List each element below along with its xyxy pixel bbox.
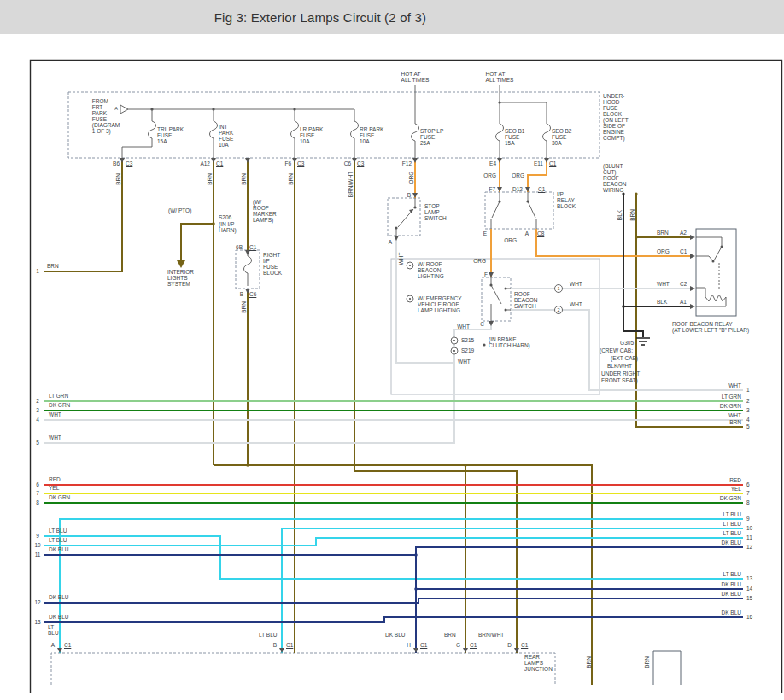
fuse-box-internals	[122, 85, 551, 158]
option-region-outline	[391, 259, 600, 394]
wht-wires	[44, 236, 743, 443]
junction-dots	[212, 192, 638, 590]
brn-wires	[44, 158, 743, 685]
right-ip-fuse-icon	[244, 253, 252, 286]
rear-lamps-junction-outline	[51, 653, 555, 685]
footnote-circles	[407, 262, 563, 354]
from-frt-park-arrow-icon	[120, 105, 128, 114]
bottom-right-box-outline	[653, 651, 681, 685]
roof-beacon-switch-icon	[489, 277, 511, 321]
wiring-diagram: HOT AT ALL TIMESHOT AT ALL TIMESFROM FRT…	[0, 0, 784, 700]
stop-lamp-switch-icon	[395, 198, 416, 236]
ground-icon	[636, 338, 650, 345]
blk-wires	[623, 194, 693, 337]
wiring-diagram-canvas	[0, 0, 784, 700]
roof-beacon-relay-icon	[690, 235, 726, 309]
interior-lights-arrow-icon	[177, 260, 185, 268]
ip-relay-block-icons	[491, 192, 536, 229]
roof-beacon-switch-outline	[482, 277, 511, 321]
dkgrn-wires	[44, 411, 743, 503]
ltblu-wires	[44, 519, 743, 653]
roof-beacon-relay-outline	[696, 229, 736, 316]
dkblu-wires	[44, 547, 743, 653]
